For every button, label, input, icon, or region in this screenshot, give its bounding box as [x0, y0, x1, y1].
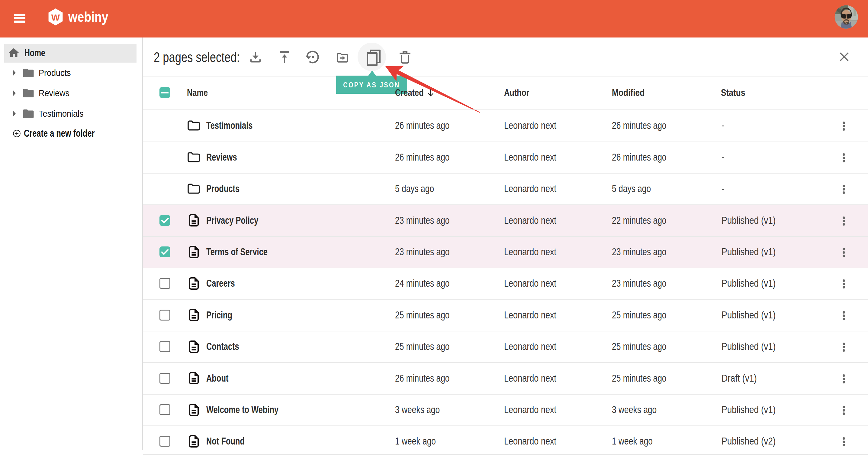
svg-text:W: W	[51, 12, 60, 22]
